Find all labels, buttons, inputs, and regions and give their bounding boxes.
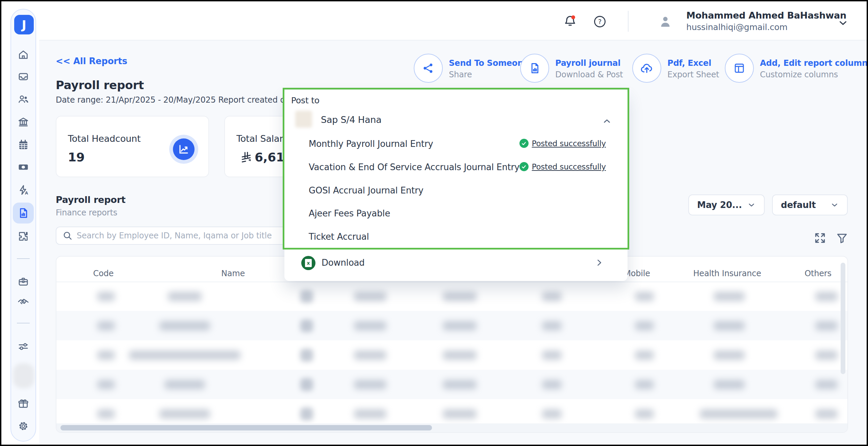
post-item-vacation-eos-accruals[interactable]: Vacation & End Of Service Accruals Journ… bbox=[284, 156, 628, 179]
redacted-cell bbox=[354, 292, 386, 301]
chevron-up-icon[interactable] bbox=[602, 116, 612, 128]
calendar-icon bbox=[18, 139, 29, 151]
user-menu-button[interactable] bbox=[835, 15, 851, 31]
gift-icon bbox=[18, 398, 29, 409]
redacted-cell bbox=[635, 409, 654, 419]
filter-funnel-icon bbox=[836, 232, 848, 244]
cloud-upload-icon bbox=[640, 61, 654, 75]
column-header-health-insurance[interactable]: Health Insurance bbox=[693, 269, 761, 278]
export-action-circle[interactable] bbox=[632, 54, 661, 83]
share-action-title: Send To Someone bbox=[449, 58, 529, 68]
redacted-cell bbox=[542, 321, 562, 331]
sidebar-item-payroll[interactable] bbox=[17, 161, 29, 173]
sidebar-item-inbox[interactable] bbox=[17, 71, 29, 83]
back-to-all-reports-link[interactable]: << All Reports bbox=[56, 56, 127, 66]
integration-sap-header[interactable]: Sap S/4 Hana bbox=[284, 109, 628, 132]
table-row[interactable] bbox=[56, 340, 847, 370]
sidebar-item-rewards[interactable] bbox=[17, 397, 29, 410]
redacted-cell bbox=[714, 350, 745, 360]
sidebar-item-employees[interactable] bbox=[17, 93, 29, 105]
sidebar-item-workspace[interactable] bbox=[17, 276, 29, 288]
column-header-mobile[interactable]: Mobile bbox=[624, 269, 650, 278]
help-button[interactable]: ? bbox=[592, 14, 608, 30]
redacted-cell bbox=[443, 409, 477, 419]
post-status-badge[interactable]: Posted successfully bbox=[519, 139, 606, 148]
redacted-cell bbox=[443, 380, 477, 389]
column-header-name[interactable]: Name bbox=[221, 269, 245, 278]
chevron-down-icon bbox=[830, 201, 839, 209]
post-status-badge[interactable]: Posted successfully bbox=[519, 162, 606, 171]
report-date-range: Date range: 21/Apr/2025 - 20/May/2025 Re… bbox=[56, 95, 305, 105]
people-icon bbox=[18, 94, 29, 105]
post-item-ticket-accrual[interactable]: Ticket Accrual bbox=[284, 226, 628, 248]
redacted-cell bbox=[300, 290, 313, 303]
banknote-icon bbox=[18, 161, 29, 173]
sidebar-item-home[interactable] bbox=[17, 49, 29, 61]
redacted-cell bbox=[542, 409, 562, 419]
sidebar-item-partners[interactable] bbox=[17, 296, 29, 308]
notifications-button[interactable] bbox=[562, 13, 578, 29]
horizontal-scrollbar-thumb[interactable] bbox=[60, 425, 432, 430]
payroll-table: Code Name Mobile Health Insurance Others bbox=[56, 256, 848, 433]
app-logo[interactable]: J bbox=[14, 15, 34, 34]
redacted-cell bbox=[443, 292, 477, 301]
view-filter-select[interactable]: default bbox=[772, 194, 848, 215]
post-item-monthly-payroll[interactable]: Monthly Payroll Journal Entry Posted suc… bbox=[284, 133, 628, 155]
share-action-subtitle: Share bbox=[449, 70, 472, 79]
expand-icon bbox=[814, 232, 826, 244]
sidebar-item-organization[interactable] bbox=[17, 116, 29, 128]
document-chart-icon bbox=[528, 62, 541, 75]
filter-table-button[interactable] bbox=[835, 231, 849, 245]
redacted-sidebar-item bbox=[13, 363, 34, 388]
download-menu-item[interactable]: x Download bbox=[284, 251, 628, 275]
horizontal-scrollbar-track bbox=[56, 423, 847, 432]
total-headcount-label: Total Headcount bbox=[68, 133, 141, 144]
post-item-ajeer-fees[interactable]: Ajeer Fees Payable bbox=[284, 203, 628, 225]
table-row[interactable] bbox=[56, 370, 847, 399]
redacted-cell bbox=[635, 292, 654, 301]
user-avatar[interactable] bbox=[657, 14, 673, 30]
sidebar-item-settings-sliders[interactable] bbox=[17, 340, 29, 352]
chevron-down-icon bbox=[747, 201, 756, 209]
total-headcount-value: 19 bbox=[68, 150, 85, 164]
redacted-cell bbox=[300, 349, 313, 362]
redacted-cell bbox=[159, 409, 210, 419]
month-filter-select[interactable]: May 20... bbox=[688, 194, 765, 215]
customize-columns-subtitle: Customize columns bbox=[760, 70, 838, 79]
svg-text:?: ? bbox=[598, 18, 602, 26]
redacted-cell bbox=[815, 409, 838, 419]
table-row[interactable] bbox=[56, 282, 847, 311]
redacted-cell bbox=[354, 380, 386, 389]
table-row[interactable] bbox=[56, 311, 847, 340]
post-item-gosi-accrual[interactable]: GOSI Accrual Journal Entry bbox=[284, 180, 628, 202]
share-action-circle[interactable] bbox=[414, 54, 443, 83]
payroll-journal-subtitle: Download & Post bbox=[555, 70, 623, 79]
column-header-code[interactable]: Code bbox=[93, 269, 114, 278]
customize-columns-circle[interactable] bbox=[725, 54, 754, 83]
redacted-cell bbox=[97, 380, 115, 389]
svg-text:A: A bbox=[25, 191, 28, 195]
payroll-journal-circle[interactable] bbox=[520, 54, 549, 83]
chevron-right-icon bbox=[594, 258, 604, 269]
sidebar-item-reports[interactable] bbox=[17, 207, 29, 219]
redacted-cell bbox=[635, 350, 654, 360]
share-icon bbox=[422, 62, 434, 74]
payroll-journal-title: Payroll journal bbox=[555, 58, 620, 68]
column-header-others[interactable]: Others bbox=[805, 269, 831, 278]
redacted-cell bbox=[300, 408, 313, 420]
sidebar-item-settings[interactable] bbox=[17, 420, 29, 432]
redacted-cell bbox=[300, 378, 313, 391]
total-headcount-card: Total Headcount 19 bbox=[56, 116, 209, 177]
expand-table-button[interactable] bbox=[813, 231, 827, 245]
user-name: Mohammed Ahmed BaHashwan bbox=[686, 10, 846, 21]
sidebar-item-attendance[interactable] bbox=[17, 139, 29, 151]
flash-automation-icon: A bbox=[18, 184, 29, 196]
redacted-cell bbox=[300, 319, 313, 332]
sidebar-item-integrations[interactable] bbox=[17, 230, 29, 242]
notification-dot bbox=[571, 16, 575, 19]
month-filter-value: May 20... bbox=[697, 200, 742, 210]
vertical-scrollbar[interactable] bbox=[841, 263, 845, 374]
redacted-cell bbox=[97, 321, 115, 331]
sidebar-item-automation[interactable]: A bbox=[17, 184, 29, 196]
headcount-stat-icon-ring bbox=[169, 135, 198, 164]
